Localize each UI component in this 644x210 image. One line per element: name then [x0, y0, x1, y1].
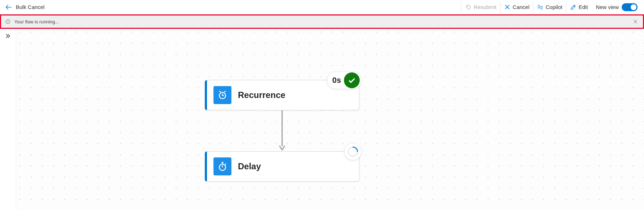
info-icon [5, 19, 11, 24]
edit-label: Edit [579, 4, 588, 10]
stopwatch-icon [217, 161, 228, 172]
notification-close-button[interactable] [632, 18, 639, 25]
delay-connector-icon [213, 157, 231, 175]
refresh-icon [465, 4, 472, 10]
copilot-button[interactable]: Copilot [533, 1, 566, 14]
top-toolbar: Bulk Cancel Resubmit Cancel Copilot Edit… [0, 0, 644, 14]
back-button[interactable] [4, 2, 14, 12]
copilot-icon [537, 4, 543, 10]
success-check-icon [344, 72, 360, 88]
delay-card-label: Delay [238, 161, 261, 171]
arrow-left-icon [5, 4, 12, 10]
recurrence-card-label: Recurrence [238, 90, 285, 100]
expand-panel-button[interactable] [3, 31, 13, 41]
notification-text: Your flow is running... [14, 19, 59, 24]
left-rail [0, 29, 16, 210]
clock-alarm-icon [217, 90, 228, 100]
page-title: Bulk Cancel [16, 4, 45, 10]
recurrence-duration: 0s [332, 76, 341, 85]
flow-canvas[interactable]: Recurrence 0s Delay [16, 29, 644, 210]
copilot-label: Copilot [546, 4, 562, 10]
notification-highlight-frame: Your flow is running... [0, 14, 644, 29]
canvas-row: Recurrence 0s Delay [0, 29, 644, 210]
svg-point-1 [8, 21, 8, 21]
connector-arrow [279, 110, 285, 152]
pencil-icon [570, 4, 576, 10]
cancel-button[interactable]: Cancel [500, 1, 533, 14]
recurrence-status-pill: 0s [327, 72, 361, 89]
recurrence-connector-icon [213, 86, 231, 104]
new-view-label: New view [596, 4, 619, 10]
spinner-icon [347, 146, 359, 158]
new-view-toggle[interactable] [622, 3, 638, 11]
cancel-label: Cancel [513, 4, 530, 10]
chevrons-right-icon [5, 33, 11, 39]
close-icon [504, 4, 511, 10]
recurrence-card[interactable]: Recurrence 0s [205, 80, 359, 110]
delay-card[interactable]: Delay [205, 151, 359, 182]
delay-running-spinner [345, 143, 361, 160]
resubmit-button: Resubmit [461, 1, 500, 14]
edit-button[interactable]: Edit [566, 1, 592, 14]
notification-bar: Your flow is running... [1, 16, 643, 27]
resubmit-label: Resubmit [474, 4, 496, 10]
new-view-toggle-group: New view [592, 3, 640, 11]
toggle-knob [631, 4, 636, 10]
